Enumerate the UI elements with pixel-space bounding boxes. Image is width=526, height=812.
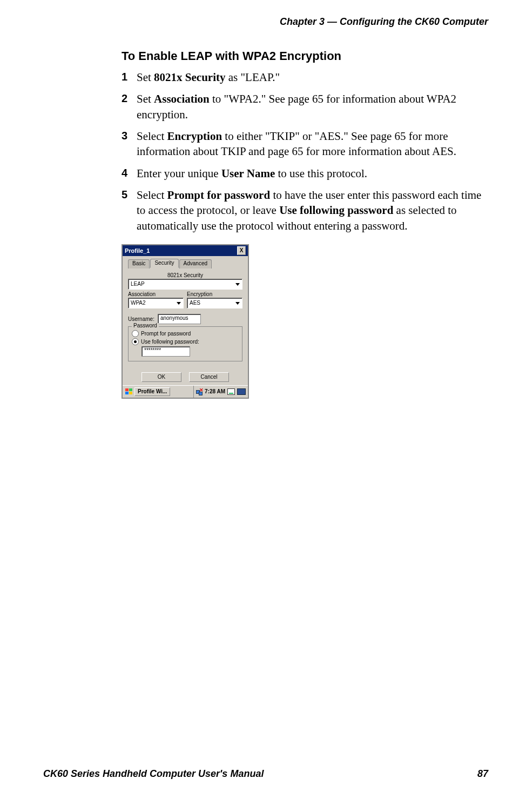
- start-flag-icon[interactable]: [124, 387, 133, 396]
- association-value: WPA2: [131, 300, 146, 306]
- step-number: 5: [122, 187, 137, 233]
- radio-checked-icon[interactable]: [132, 338, 139, 345]
- chevron-down-icon: [177, 302, 181, 305]
- step-number: 2: [122, 91, 137, 122]
- chevron-down-icon: [235, 283, 240, 286]
- footer-left: CK60 Series Handheld Computer User's Man…: [43, 768, 264, 780]
- bold-text: Use following password: [279, 204, 393, 217]
- radio-prompt-label: Prompt for password: [141, 331, 191, 337]
- bold-text: Prompt for password: [167, 189, 271, 202]
- text: Set: [137, 92, 154, 105]
- step-text: Set Association to "WPA2." See page 65 f…: [137, 91, 488, 122]
- username-label: Username:: [128, 317, 154, 322]
- step-3: 3 Select Encryption to either "TKIP" or …: [122, 129, 488, 159]
- password-input[interactable]: ********: [141, 346, 190, 357]
- step-4: 4 Enter your unique User Name to use thi…: [122, 166, 488, 181]
- ok-button[interactable]: OK: [141, 372, 181, 382]
- text: to use this protocol.: [275, 167, 367, 180]
- radio-use-row[interactable]: Use following password:: [132, 338, 239, 345]
- security-label: 8021x Security: [128, 273, 242, 278]
- tab-advanced[interactable]: Advanced: [179, 259, 212, 269]
- taskbar: Profile Wi... ✕ 7:28 AM: [123, 385, 248, 398]
- chevron-down-icon: [235, 302, 240, 305]
- username-input[interactable]: anonymous: [158, 314, 201, 324]
- footer-page-number: 87: [477, 768, 488, 780]
- step-number: 1: [122, 70, 137, 85]
- step-text: Enter your unique User Name to use this …: [137, 166, 488, 181]
- bold-text: Encryption: [167, 130, 222, 143]
- page-header: Chapter 3 — Configuring the CK60 Compute…: [43, 16, 488, 28]
- cancel-button[interactable]: Cancel: [189, 372, 229, 382]
- password-legend: Password: [132, 323, 159, 328]
- text: Select: [137, 130, 167, 143]
- section-heading: To Enable LEAP with WPA2 Encryption: [122, 49, 488, 63]
- tab-security[interactable]: Security: [150, 259, 178, 268]
- step-2: 2 Set Association to "WPA2." See page 65…: [122, 91, 488, 122]
- step-text: Select Prompt for password to have the u…: [137, 187, 488, 233]
- tab-basic[interactable]: Basic: [128, 259, 150, 269]
- encryption-label: Encryption: [187, 292, 242, 297]
- step-number: 3: [122, 129, 137, 159]
- battery-icon[interactable]: [227, 388, 235, 395]
- security-dropdown[interactable]: LEAP: [128, 279, 242, 290]
- security-value: LEAP: [131, 281, 145, 287]
- text: Set: [137, 71, 154, 84]
- association-dropdown[interactable]: WPA2: [128, 298, 184, 308]
- step-text: Select Encryption to either "TKIP" or "A…: [137, 129, 488, 159]
- text: as "LEAP.": [226, 71, 280, 84]
- keyboard-icon[interactable]: [237, 388, 246, 395]
- profile-dialog: Profile_1 X Basic Security Advanced 8021…: [122, 244, 249, 399]
- radio-prompt-row[interactable]: Prompt for password: [132, 330, 239, 337]
- taskbar-app-button[interactable]: Profile Wi...: [134, 387, 170, 396]
- encryption-dropdown[interactable]: AES: [187, 298, 242, 308]
- text: Enter your unique: [137, 167, 221, 180]
- network-icon[interactable]: ✕: [196, 388, 203, 395]
- close-button[interactable]: X: [237, 246, 246, 255]
- bold-text: Association: [154, 92, 210, 105]
- association-label: Association: [128, 292, 184, 297]
- dialog-title: Profile_1: [125, 248, 150, 254]
- dialog-titlebar: Profile_1 X: [123, 245, 248, 256]
- encryption-value: AES: [190, 300, 200, 306]
- step-number: 4: [122, 166, 137, 181]
- text: Select: [137, 189, 167, 202]
- step-1: 1 Set 8021x Security as "LEAP.": [122, 70, 488, 85]
- bold-text: User Name: [221, 167, 275, 180]
- password-fieldset: Password Prompt for password Use followi…: [128, 326, 242, 361]
- radio-unchecked-icon[interactable]: [132, 330, 139, 337]
- radio-use-label: Use following password:: [141, 339, 199, 345]
- bold-text: 8021x Security: [154, 71, 225, 84]
- step-text: Set 8021x Security as "LEAP.": [137, 70, 488, 85]
- step-5: 5 Select Prompt for password to have the…: [122, 187, 488, 233]
- taskbar-clock: 7:28 AM: [205, 389, 225, 394]
